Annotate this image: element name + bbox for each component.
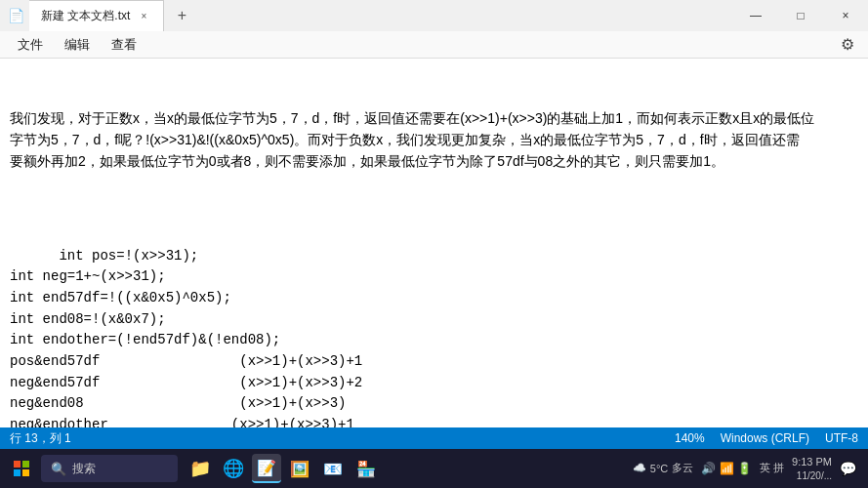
tab-bar: 新建 文本文档.txt × + xyxy=(29,0,199,31)
close-button[interactable]: × xyxy=(823,0,868,31)
status-right: 140% Windows (CRLF) UTF-8 xyxy=(675,431,858,445)
taskbar: 🔍 搜索 📁 🌐 📝 🖼️ 📧 🏪 ☁️ 5°C 多云 🔊 📶 🔋 xyxy=(0,449,868,488)
taskbar-file-explorer[interactable]: 📁 xyxy=(186,454,215,483)
taskbar-notepad[interactable]: 📝 xyxy=(252,454,281,483)
input-method[interactable]: 英 拼 xyxy=(760,461,784,475)
status-bar: 行 13，列 1 140% Windows (CRLF) UTF-8 xyxy=(0,427,868,449)
temperature: 5°C xyxy=(650,463,668,474)
zoom-level[interactable]: 140% xyxy=(675,431,705,445)
settings-icon[interactable]: ⚙ xyxy=(835,33,860,56)
app-icon: 📄 xyxy=(8,8,23,23)
text-editor[interactable]: 我们发现，对于正数x，当x的最低位字节为5，7，d，f时，返回值还需要在(x>>… xyxy=(0,59,868,427)
svg-rect-0 xyxy=(14,461,21,468)
svg-rect-1 xyxy=(22,461,29,468)
active-tab[interactable]: 新建 文本文档.txt × xyxy=(29,0,164,31)
weather-desc: 多云 xyxy=(672,461,693,475)
system-icons[interactable]: 🔊 📶 🔋 xyxy=(701,462,752,475)
editor-area: 我们发现，对于正数x，当x的最低位字节为5，7，d，f时，返回值还需要在(x>>… xyxy=(0,59,868,427)
minimize-button[interactable]: — xyxy=(733,0,778,31)
svg-rect-3 xyxy=(22,469,29,476)
status-left: 行 13，列 1 xyxy=(10,430,71,447)
search-icon: 🔍 xyxy=(51,462,66,476)
taskbar-apps: 📁 🌐 📝 🖼️ 📧 🏪 xyxy=(186,454,381,483)
weather-widget[interactable]: ☁️ 5°C 多云 xyxy=(633,461,693,475)
svg-rect-2 xyxy=(14,469,21,476)
taskbar-app4[interactable]: 🖼️ xyxy=(285,454,314,483)
taskbar-app5[interactable]: 📧 xyxy=(318,454,348,483)
menu-file[interactable]: 文件 xyxy=(8,34,53,56)
clock[interactable]: 9:13 PM 11/20/... xyxy=(792,455,832,481)
menu-view[interactable]: 查看 xyxy=(102,34,146,56)
taskbar-app6[interactable]: 🏪 xyxy=(351,454,381,483)
code-block-1: int pos=!(x>>31); int neg=1+~(x>>31); in… xyxy=(10,224,858,427)
taskbar-system-tray: ☁️ 5°C 多云 🔊 📶 🔋 英 拼 9:13 PM 11/20/... 💬 xyxy=(633,455,862,481)
start-button[interactable] xyxy=(6,453,37,484)
title-bar: 📄 新建 文本文档.txt × + — □ × xyxy=(0,0,868,31)
menu-edit[interactable]: 编辑 xyxy=(55,34,100,56)
time-display: 9:13 PM xyxy=(792,455,832,468)
maximize-button[interactable]: □ xyxy=(778,0,823,31)
date-display: 11/20/... xyxy=(797,469,832,482)
weather-icon: ☁️ xyxy=(633,462,646,474)
window-controls: — □ × xyxy=(733,0,868,31)
line-ending[interactable]: Windows (CRLF) xyxy=(721,431,809,445)
new-tab-button[interactable]: + xyxy=(168,2,195,29)
tab-close-button[interactable]: × xyxy=(136,9,151,24)
menu-bar: 文件 编辑 查看 ⚙ xyxy=(0,31,868,59)
notification-icon[interactable]: 💬 xyxy=(840,461,856,476)
taskbar-edge[interactable]: 🌐 xyxy=(219,454,248,483)
description-text: 我们发现，对于正数x，当x的最低位字节为5，7，d，f时，返回值还需要在(x>>… xyxy=(10,108,858,172)
search-label: 搜索 xyxy=(72,461,96,477)
search-bar[interactable]: 🔍 搜索 xyxy=(41,455,178,482)
encoding[interactable]: UTF-8 xyxy=(825,431,858,445)
cursor-position: 行 13，列 1 xyxy=(10,430,71,447)
tab-label: 新建 文本文档.txt xyxy=(41,8,130,24)
